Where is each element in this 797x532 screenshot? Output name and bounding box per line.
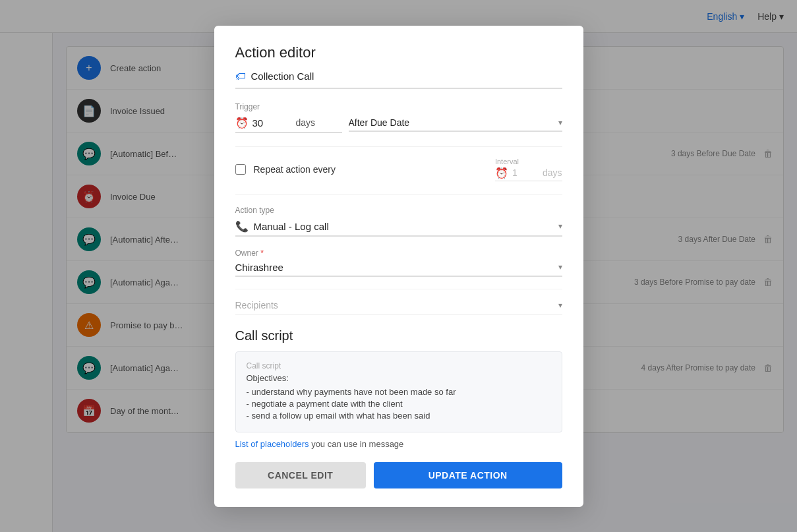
placeholders-suffix: you can use in message [309, 439, 404, 449]
owner-select[interactable]: Chirashree [235, 262, 556, 273]
recipients-arrow[interactable]: ▾ [558, 301, 562, 310]
interval-days-unit: days [543, 167, 562, 178]
modal-title: Action editor [235, 44, 562, 61]
modal-footer: CANCEL EDIT UPDATE ACTION [235, 462, 562, 488]
owner-select-row: Chirashree ▾ [235, 262, 562, 277]
trigger-timing-wrap: After Due DateBefore Due DateAfter Invoi… [349, 117, 562, 132]
cancel-edit-button[interactable]: CANCEL EDIT [235, 462, 366, 488]
divider-1 [235, 146, 562, 147]
trigger-timing-arrow: ▾ [558, 118, 562, 127]
repeat-checkbox[interactable] [235, 164, 246, 175]
action-type-select-row: 📞 Manual - Log callSend EmailSend SMSMan… [235, 220, 562, 237]
trigger-label: Trigger [235, 102, 562, 111]
required-star: * [260, 249, 264, 258]
call-script-section: Call script Call script Objectives: - un… [235, 328, 562, 449]
trigger-days-wrap: ⏰ days [235, 117, 342, 133]
call-script-item: - understand why payments have not been … [247, 387, 551, 397]
call-script-items: - understand why payments have not been … [247, 387, 551, 421]
call-script-box-label: Call script [247, 361, 551, 370]
owner-arrow: ▾ [558, 262, 562, 272]
repeat-row: Repeat action every Interval ⏰ days [235, 158, 562, 181]
tag-icon: 🏷 [235, 71, 246, 82]
call-script-heading: Call script [235, 328, 562, 343]
interval-label: Interval [495, 158, 519, 165]
placeholders-row: List of placeholders you can use in mess… [235, 439, 562, 449]
action-type-select[interactable]: Manual - Log callSend EmailSend SMSManua… [254, 221, 550, 232]
call-script-item: - negotiate a payment date with the clie… [247, 399, 551, 409]
action-name-input[interactable] [251, 71, 562, 82]
call-script-objectives: Objectives: [247, 373, 551, 383]
action-type-arrow: ▾ [558, 222, 562, 231]
action-name-row: 🏷 [235, 71, 562, 89]
interval-clock-icon: ⏰ [495, 167, 508, 179]
action-editor-modal: Action editor 🏷 Trigger ⏰ days After Due… [214, 26, 583, 507]
action-type-label: Action type [235, 206, 562, 215]
update-action-button[interactable]: UPDATE ACTION [374, 462, 562, 488]
interval-input-row: ⏰ days [495, 167, 562, 181]
interval-input[interactable] [512, 167, 539, 178]
owner-label: Owner * [235, 249, 562, 258]
clock-icon: ⏰ [235, 117, 249, 129]
call-script-box: Call script Objectives: - understand why… [235, 351, 562, 432]
divider-3 [235, 289, 562, 289]
recipients-label: Recipients [235, 300, 556, 310]
trigger-timing-select[interactable]: After Due DateBefore Due DateAfter Invoi… [349, 117, 556, 128]
trigger-row: ⏰ days After Due DateBefore Due DateAfte… [235, 117, 562, 133]
trigger-days-input[interactable] [252, 117, 292, 129]
repeat-label: Repeat action every [254, 164, 336, 175]
divider-2 [235, 194, 562, 195]
owner-wrap: Owner * Chirashree ▾ [235, 249, 562, 277]
call-script-item: - send a follow up email with what has b… [247, 411, 551, 421]
interval-wrap: Interval ⏰ days [495, 158, 562, 181]
phone-icon: 📞 [235, 220, 249, 233]
placeholders-link[interactable]: List of placeholders [235, 439, 309, 449]
recipients-wrap: Recipients ▾ [235, 300, 562, 315]
trigger-days-unit: days [296, 117, 316, 128]
recipients-row: Recipients ▾ [235, 300, 562, 315]
action-type-wrap: Action type 📞 Manual - Log callSend Emai… [235, 206, 562, 237]
